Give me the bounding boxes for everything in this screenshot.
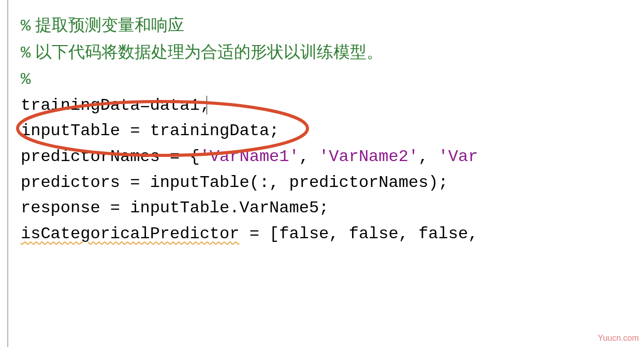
comment-line-2: % 以下代码将数据处理为合适的形状以训练模型。 xyxy=(21,39,623,66)
code-text-warning: isCategoricalPredictor xyxy=(21,224,239,243)
code-text: predictors = inputTable(:, predictorName… xyxy=(21,173,448,192)
string-literal: 'VarName2' xyxy=(319,147,418,166)
code-line-predictor-names: predictorNames = {'VarName1', 'VarName2'… xyxy=(21,144,623,170)
text-cursor xyxy=(207,96,207,114)
code-line-training-data: trainingData=data1; xyxy=(21,93,623,119)
comment-percent: % xyxy=(21,44,31,63)
comment-line-3: % xyxy=(21,66,623,93)
code-line-input-table: inputTable = trainingData; xyxy=(21,118,623,144)
code-block: % 提取预测变量和响应 % 以下代码将数据处理为合适的形状以训练模型。 % tr… xyxy=(21,12,623,247)
comment-line-1: % 提取预测变量和响应 xyxy=(21,12,623,39)
code-text: , xyxy=(418,147,438,166)
comment-percent: % xyxy=(21,70,31,89)
comment-text: 以下代码将数据处理为合适的形状以训练模型。 xyxy=(35,42,383,61)
watermark-text: Yuucn.com xyxy=(598,332,639,345)
string-literal: 'Var xyxy=(438,147,478,166)
code-text: inputTable = trainingData; xyxy=(21,121,279,140)
code-line-predictors: predictors = inputTable(:, predictorName… xyxy=(21,170,623,196)
comment-text: 提取预测变量和响应 xyxy=(35,16,184,34)
code-text: = [false, false, false, xyxy=(239,224,478,243)
code-line-response: response = inputTable.VarName5; xyxy=(21,195,623,221)
code-text: response = inputTable.VarName5; xyxy=(21,198,329,218)
editor-left-border xyxy=(7,0,8,347)
code-text: trainingData=data1; xyxy=(21,96,210,115)
code-text: , xyxy=(299,147,319,166)
comment-percent: % xyxy=(21,17,31,36)
code-line-categorical: isCategoricalPredictor = [false, false, … xyxy=(21,221,623,247)
string-literal: 'VarName1' xyxy=(200,147,299,166)
code-text: predictorNames = { xyxy=(21,147,200,166)
